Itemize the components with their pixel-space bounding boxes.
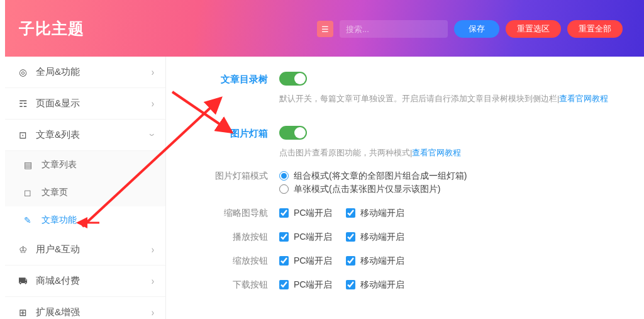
- search-input[interactable]: [340, 20, 448, 38]
- mode-radio-single[interactable]: 单张模式(点击某张图片仅显示该图片): [279, 184, 625, 195]
- sidebar-item-label: 页面&显示: [36, 98, 80, 109]
- sidebar-item-label: 文章&列表: [36, 129, 80, 141]
- mode-radio-combo[interactable]: 组合模式(将文章的全部图片组合成一组灯箱): [279, 171, 625, 182]
- reset-all-button[interactable]: 重置全部: [567, 20, 623, 38]
- sidebar-item-user[interactable]: ♔ 用户&互动 ›: [5, 234, 165, 266]
- toc-toggle[interactable]: [279, 72, 307, 86]
- row-label: 播放按钮: [166, 230, 279, 245]
- chevron-right-icon: ›: [152, 243, 154, 256]
- chevron-right-icon: ›: [152, 66, 154, 79]
- sidebar-item-global[interactable]: ◎ 全局&功能 ›: [5, 57, 165, 88]
- lightbox-hint: 点击图片查看原图功能，共两种模式|查看官网教程: [279, 147, 625, 160]
- sidebar-item-article[interactable]: ⊡ 文章&列表 ›: [5, 120, 165, 151]
- pc-checkbox[interactable]: PC端开启: [279, 208, 332, 219]
- row-label: 缩略图导航: [166, 206, 279, 221]
- sidebar-item-label: 文章页: [42, 187, 68, 198]
- sidebar-item-page[interactable]: ☶ 页面&显示 ›: [5, 88, 165, 120]
- calendar-icon: ☶: [16, 98, 30, 109]
- mode-label: 图片灯箱模式: [166, 169, 279, 197]
- user-icon: ♔: [16, 244, 30, 255]
- gear-icon: ◎: [16, 67, 30, 78]
- lightbox-help-link[interactable]: 查看官网教程: [412, 148, 461, 157]
- lightbox-toggle[interactable]: [279, 126, 307, 140]
- row-label: 缩放按钮: [166, 254, 279, 269]
- pc-checkbox[interactable]: PC端开启: [279, 232, 332, 243]
- sidebar-sub-feature[interactable]: ✎ 文章功能: [5, 206, 165, 234]
- sidebar-item-label: 文章列表: [42, 159, 77, 171]
- toc-help-link[interactable]: 查看官网教程: [559, 94, 608, 103]
- mobile-checkbox[interactable]: 移动端开启: [346, 279, 404, 291]
- sidebar-item-label: 全局&功能: [36, 66, 80, 78]
- list-icon: ▤: [24, 160, 36, 170]
- reset-area-button[interactable]: 重置选区: [506, 20, 561, 38]
- sidebar-item-label: 商城&付费: [36, 275, 80, 287]
- sidebar-item-label: 用户&互动: [36, 243, 80, 255]
- sidebar-item-ext[interactable]: ⊞ 扩展&增强 ›: [5, 297, 165, 319]
- sidebar-item-shop[interactable]: ⛟ 商城&付费 ›: [5, 266, 165, 297]
- chevron-right-icon: ›: [152, 98, 154, 110]
- menu-icon[interactable]: ☰: [317, 21, 333, 37]
- save-button[interactable]: 保存: [454, 20, 499, 38]
- puzzle-icon: ⊞: [16, 307, 30, 318]
- brand-title: 子比主题: [19, 18, 84, 39]
- wand-icon: ✎: [24, 215, 36, 225]
- chevron-right-icon: ›: [152, 275, 154, 288]
- row-label: 下载按钮: [166, 277, 279, 293]
- pc-checkbox[interactable]: PC端开启: [279, 279, 332, 291]
- chevron-down-icon: ›: [147, 133, 159, 136]
- map-icon: ⊡: [16, 130, 30, 141]
- lightbox-label: 图片灯箱: [166, 126, 279, 160]
- header-actions: ☰ 保存 重置选区 重置全部: [317, 20, 623, 38]
- sidebar-item-label: 扩展&增强: [36, 306, 80, 318]
- mobile-checkbox[interactable]: 移动端开启: [346, 255, 404, 267]
- pc-checkbox[interactable]: PC端开启: [279, 255, 332, 267]
- cart-icon: ⛟: [16, 276, 30, 286]
- sidebar-item-label: 文章功能: [42, 215, 77, 226]
- mobile-checkbox[interactable]: 移动端开启: [346, 208, 404, 219]
- bookmark-icon: ◻: [24, 187, 36, 198]
- sidebar: ◎ 全局&功能 › ☶ 页面&显示 › ⊡ 文章&列表 › ▤ 文章列表 ◻ 文…: [5, 57, 166, 319]
- sidebar-sub-list[interactable]: ▤ 文章列表: [5, 151, 165, 179]
- sidebar-sub-page[interactable]: ◻ 文章页: [5, 179, 165, 206]
- mobile-checkbox[interactable]: 移动端开启: [346, 232, 404, 243]
- toc-hint: 默认开关，每篇文章可单独设置。开启后请自行添加文章目录树模块到侧边栏|查看官网教…: [279, 92, 625, 106]
- content-panel: 文章目录树 默认开关，每篇文章可单独设置。开启后请自行添加文章目录树模块到侧边栏…: [166, 57, 644, 319]
- chevron-right-icon: ›: [152, 306, 154, 319]
- toc-label: 文章目录树: [166, 72, 279, 106]
- header: 子比主题 ☰ 保存 重置选区 重置全部: [5, 0, 644, 57]
